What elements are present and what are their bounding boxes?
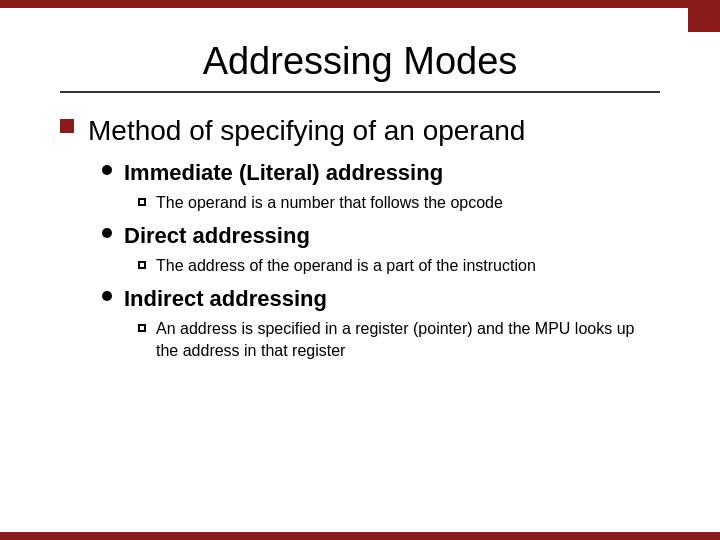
sub-section-immediate: Immediate (Literal) addressing The opera…	[102, 159, 660, 214]
main-bullet-text: Method of specifying of an operand	[88, 113, 525, 149]
slide-title: Addressing Modes	[60, 40, 660, 83]
detail-bullet-direct: The address of the operand is a part of …	[138, 255, 660, 277]
detail-section-indirect: An address is specified in a register (p…	[138, 318, 660, 363]
sub-bullet-icon-1	[102, 165, 112, 175]
detail-text-indirect: An address is specified in a register (p…	[156, 318, 660, 363]
detail-bullet-icon-1	[138, 198, 146, 206]
bottom-accent-bar	[0, 532, 720, 540]
detail-text-direct: The address of the operand is a part of …	[156, 255, 536, 277]
detail-text-immediate: The operand is a number that follows the…	[156, 192, 503, 214]
detail-bullet-icon-3	[138, 324, 146, 332]
sub-bullet-indirect: Indirect addressing	[102, 285, 660, 314]
main-bullet-icon	[60, 119, 74, 133]
sub-bullet-direct: Direct addressing	[102, 222, 660, 251]
sub-heading-direct: Direct addressing	[124, 222, 310, 251]
detail-bullet-icon-2	[138, 261, 146, 269]
sub-heading-immediate: Immediate (Literal) addressing	[124, 159, 443, 188]
slide-content: Addressing Modes Method of specifying of…	[0, 0, 720, 399]
detail-bullet-immediate: The operand is a number that follows the…	[138, 192, 660, 214]
sub-bullet-icon-3	[102, 291, 112, 301]
sub-section-direct: Direct addressing The address of the ope…	[102, 222, 660, 277]
slide: Addressing Modes Method of specifying of…	[0, 0, 720, 540]
main-bullet-item: Method of specifying of an operand	[60, 113, 660, 149]
sub-section-indirect: Indirect addressing An address is specif…	[102, 285, 660, 362]
title-divider	[60, 91, 660, 93]
detail-bullet-indirect: An address is specified in a register (p…	[138, 318, 660, 363]
detail-section-immediate: The operand is a number that follows the…	[138, 192, 660, 214]
sub-heading-indirect: Indirect addressing	[124, 285, 327, 314]
sub-bullet-icon-2	[102, 228, 112, 238]
sub-bullet-immediate: Immediate (Literal) addressing	[102, 159, 660, 188]
detail-section-direct: The address of the operand is a part of …	[138, 255, 660, 277]
